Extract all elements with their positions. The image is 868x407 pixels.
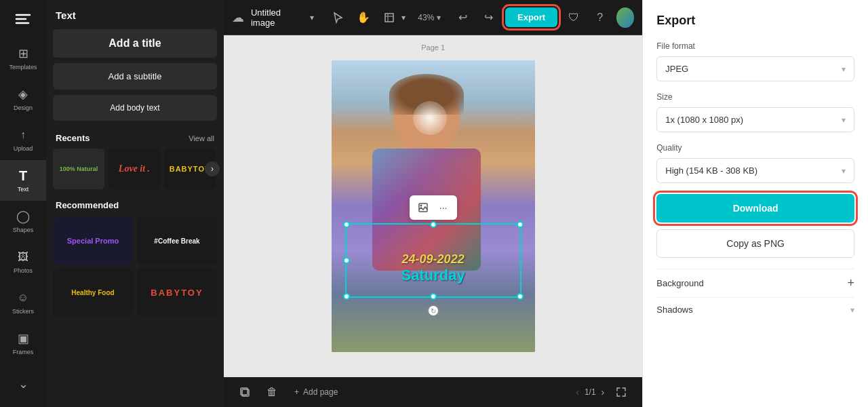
sidebar-item-templates[interactable]: ⊞ Templates <box>0 38 46 79</box>
zoom-chevron-icon: ▾ <box>437 13 441 22</box>
quality-chevron-icon: ▾ <box>842 166 846 176</box>
sidebar-item-frames[interactable]: ▣ Frames <box>0 323 46 364</box>
sidebar-item-design[interactable]: ◈ Design <box>0 79 46 119</box>
sidebar-item-photos[interactable]: 🖼 Photos <box>0 241 46 282</box>
templates-icon: ⊞ <box>16 46 31 61</box>
page-label: Page 1 <box>421 43 445 52</box>
replace-image-button[interactable] <box>414 198 433 217</box>
upload-icon: ↑ <box>16 128 31 142</box>
rec-special-promo[interactable]: Special Promo <box>53 217 133 265</box>
background-row: Background + <box>656 269 854 297</box>
handle-bottom-right[interactable] <box>517 293 524 300</box>
quality-label: Quality <box>656 143 854 153</box>
sidebar-item-more[interactable]: ⌄ <box>0 364 46 404</box>
add-subtitle-button[interactable]: Add a subtitle <box>53 63 217 90</box>
select-tool[interactable] <box>328 7 347 28</box>
shadows-label: Shadows <box>656 305 692 315</box>
export-panel: Export File format JPEG ▾ Size 1x (1080 … <box>642 0 868 407</box>
stickers-icon: ☺ <box>16 290 31 305</box>
handle-top-left[interactable] <box>343 221 350 228</box>
sidebar-item-stickers[interactable]: ☺ Stickers <box>0 282 46 323</box>
rotate-handle[interactable]: ↻ <box>427 305 439 317</box>
sidebar-item-shapes[interactable]: ◯ Shapes <box>0 201 46 241</box>
recommended-title: Recommended <box>56 200 214 210</box>
rec-babytoy2[interactable]: BABYTOY <box>137 269 217 316</box>
selection-box[interactable] <box>345 223 521 298</box>
download-button[interactable]: Download <box>656 194 854 222</box>
cloud-icon: ☁ <box>232 10 244 25</box>
bottombar: 🗑 + Add page ‹ 1/1 › <box>224 377 642 407</box>
copy-page-button[interactable] <box>235 382 255 402</box>
shadows-chevron-icon[interactable]: ▾ <box>850 305 854 315</box>
chevron-down-icon: ⌄ <box>16 376 31 391</box>
copy-png-button[interactable]: Copy as PNG <box>656 229 854 258</box>
text-panel-header: Text <box>53 0 217 29</box>
recents-title: Recents <box>56 133 90 143</box>
user-avatar[interactable] <box>616 7 635 28</box>
background-label: Background <box>656 278 703 288</box>
recent-loveit[interactable]: Love it . <box>108 149 160 189</box>
handle-bottom-left[interactable] <box>343 293 350 300</box>
export-button[interactable]: Export <box>505 7 557 27</box>
title-chevron-icon[interactable]: ▾ <box>310 13 314 22</box>
sidebar-item-upload[interactable]: ↑ Upload <box>0 119 46 160</box>
view-all-button[interactable]: View all <box>189 134 214 142</box>
size-label: Size <box>656 92 854 102</box>
zoom-control[interactable]: 43% ▾ <box>412 10 446 25</box>
text-panel: Text Add a title Add a subtitle Add body… <box>46 0 224 407</box>
handle-top-right[interactable] <box>517 221 524 228</box>
undo-button[interactable]: ↩ <box>453 7 472 28</box>
recents-header: Recents View all <box>56 133 214 143</box>
fit-button[interactable] <box>611 382 631 402</box>
rec-healthy-food[interactable]: Healthy Food <box>53 269 133 316</box>
prev-page-button[interactable]: ‹ <box>576 387 579 398</box>
sidebar-icons: ⊞ Templates ◈ Design ↑ Upload T Text ◯ S… <box>0 0 46 407</box>
next-page-button[interactable]: › <box>601 387 605 398</box>
add-page-icon: + <box>294 387 299 397</box>
svg-rect-3 <box>385 14 393 22</box>
app-logo[interactable] <box>11 7 35 31</box>
sidebar-item-text[interactable]: T Text <box>0 160 46 201</box>
add-body-button[interactable]: Add body text <box>53 95 217 121</box>
canvas-area[interactable]: Page 1 24-09-2022 Saturday <box>224 35 642 377</box>
background-add-button[interactable]: + <box>847 276 854 290</box>
handle-middle-left[interactable] <box>343 257 350 264</box>
size-chevron-icon: ▾ <box>842 115 846 125</box>
svg-point-7 <box>420 205 422 207</box>
page-info: 1/1 <box>585 387 596 397</box>
topbar: ☁ Untitled image ▾ ✋ ▾ 43% ▾ ↩ ↪ Export … <box>224 0 642 35</box>
more-options-button[interactable]: ··· <box>434 198 453 217</box>
file-format-chevron-icon: ▾ <box>842 64 846 74</box>
recommended-grid: Special Promo #Coffee Break Healthy Food… <box>53 217 217 316</box>
handle-top-middle[interactable] <box>430 221 437 228</box>
shield-icon[interactable]: 🛡 <box>564 7 583 28</box>
frames-icon: ▣ <box>16 331 31 346</box>
floating-toolbar: ··· <box>410 195 457 220</box>
frame-chevron-icon[interactable]: ▾ <box>401 13 406 22</box>
design-icon: ◈ <box>16 87 31 102</box>
canvas-wrapper: 24-09-2022 Saturday <box>332 60 535 352</box>
document-title: Untitled image <box>251 7 300 28</box>
add-title-button[interactable]: Add a title <box>53 29 217 58</box>
export-panel-title: Export <box>656 14 854 28</box>
help-icon[interactable]: ? <box>590 7 609 28</box>
add-page-button[interactable]: + Add page <box>289 385 343 400</box>
hand-tool[interactable]: ✋ <box>354 7 373 28</box>
main-area: ☁ Untitled image ▾ ✋ ▾ 43% ▾ ↩ ↪ Export … <box>224 0 642 407</box>
redo-button[interactable]: ↪ <box>479 7 498 28</box>
recent-natural[interactable]: 100% Natural <box>53 149 104 189</box>
rec-coffee-break[interactable]: #Coffee Break <box>137 217 217 265</box>
delete-page-button[interactable]: 🗑 <box>262 382 282 402</box>
frame-tool[interactable] <box>380 7 399 28</box>
file-format-select[interactable]: JPEG ▾ <box>656 56 854 81</box>
shadows-row: Shadows ▾ <box>656 297 854 322</box>
quality-select[interactable]: High (154 KB - 308 KB) ▾ <box>656 158 854 183</box>
handle-bottom-middle[interactable] <box>430 293 437 300</box>
shapes-icon: ◯ <box>16 209 31 224</box>
recents-next-arrow[interactable]: › <box>205 161 220 176</box>
photos-icon: 🖼 <box>16 250 31 265</box>
text-icon: T <box>16 168 31 183</box>
file-format-label: File format <box>656 41 854 51</box>
page-navigation: ‹ 1/1 › <box>576 387 604 398</box>
size-select[interactable]: 1x (1080 x 1080 px) ▾ <box>656 107 854 132</box>
